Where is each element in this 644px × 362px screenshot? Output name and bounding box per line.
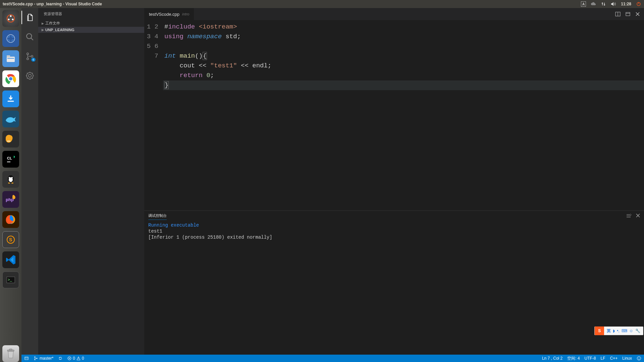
launcher-chrome[interactable] [2, 70, 19, 87]
open-editors-label: 工作文件 [45, 21, 60, 26]
ime-settings-icon[interactable]: 🔧 [635, 328, 640, 333]
svg-rect-45 [25, 357, 28, 360]
status-feedback-icon[interactable] [637, 356, 641, 361]
ime-moon-icon[interactable]: ◗ [613, 328, 615, 333]
console-line: test1 [148, 229, 162, 234]
bottom-panel: 调试控制台 Running executable test1 [Inferior… [144, 210, 644, 355]
debug-console-output[interactable]: Running executable test1 [Inferior 1 (pr… [144, 221, 644, 355]
activity-debug[interactable] [21, 69, 38, 82]
panel-tab-debug-console[interactable]: 调试控制台 [148, 212, 167, 220]
ime-logo-icon[interactable]: S [595, 326, 604, 335]
activity-search[interactable] [21, 30, 38, 44]
console-line: [Inferior 1 (process 25180) exited norma… [148, 235, 272, 240]
activity-bar: 6 [21, 8, 38, 355]
launcher-files[interactable] [2, 50, 19, 67]
tab-directory: intro [182, 12, 189, 16]
launcher-phpstorm[interactable]: php [2, 191, 19, 208]
ime-person-icon[interactable]: ☺ [629, 328, 633, 333]
svg-rect-11 [7, 57, 15, 62]
svg-point-5 [12, 19, 14, 20]
code-editor[interactable]: 1 2 3 4 5 6 7 #include <iostream> using … [144, 20, 644, 210]
launcher-download[interactable] [2, 90, 19, 107]
line-gutter: 1 2 3 4 5 6 7 [144, 20, 164, 210]
close-editor-icon[interactable] [635, 12, 640, 16]
svg-point-37 [27, 58, 29, 60]
ime-lang[interactable]: 英 [607, 328, 611, 334]
svg-rect-9 [6, 38, 15, 39]
status-bar: master* 0 0 Ln 7 , Col 2 空间: 4 UTF-8 LF … [21, 355, 644, 362]
status-cursor-position[interactable]: Ln 7 , Col 2 [542, 356, 562, 361]
status-sync[interactable] [58, 356, 63, 361]
ubuntu-launcher: CL php S >_ [0, 8, 21, 362]
svg-point-36 [27, 53, 29, 55]
launcher-qq[interactable] [2, 171, 19, 188]
svg-rect-33 [9, 349, 12, 350]
code-content[interactable]: #include <iostream> using namespace std;… [164, 20, 644, 210]
panel-clear-icon[interactable] [626, 214, 631, 218]
svg-rect-17 [7, 141, 10, 141]
folder-section[interactable]: ▶ UNP_LEARNING [38, 27, 144, 33]
chevron-right-icon: ▶ [42, 22, 44, 25]
open-editors-section[interactable]: ▶ 工作文件 [38, 20, 144, 27]
svg-text:CL: CL [7, 156, 12, 160]
svg-rect-12 [7, 55, 10, 57]
status-language[interactable]: C++ [610, 356, 618, 361]
status-os[interactable]: Linux [622, 356, 632, 361]
cloud-icon[interactable] [591, 1, 596, 7]
launcher-dolphin[interactable] [2, 111, 19, 127]
launcher-firefox[interactable] [2, 211, 19, 228]
launcher-clion[interactable]: CL [2, 151, 19, 168]
svg-point-4 [8, 19, 10, 20]
activity-source-control[interactable]: 6 [21, 50, 38, 63]
more-actions-icon[interactable] [625, 11, 631, 17]
tab-testvscode[interactable]: testVScode.cpp intro [144, 8, 194, 20]
svg-point-38 [31, 55, 33, 57]
power-icon[interactable] [636, 1, 641, 7]
svg-point-40 [29, 74, 32, 77]
svg-rect-19 [7, 162, 10, 162]
status-indent[interactable]: 空间: 4 [567, 356, 580, 361]
input-method-indicator[interactable]: A [581, 1, 586, 7]
svg-point-25 [11, 183, 13, 184]
editor-tabs: testVScode.cpp intro [144, 8, 644, 20]
status-encoding[interactable]: UTF-8 [585, 356, 596, 361]
svg-text:S: S [9, 237, 12, 242]
launcher-sublime[interactable]: S [2, 231, 19, 248]
ime-keyboard-icon[interactable]: ⌨ [622, 328, 627, 333]
explorer-title: 资源管理器 [38, 8, 144, 20]
activity-explorer[interactable] [21, 11, 38, 24]
svg-point-3 [10, 15, 12, 17]
network-icon[interactable] [601, 1, 606, 7]
clock[interactable]: 11:28 [621, 2, 631, 6]
svg-point-53 [638, 358, 639, 358]
launcher-pycharm[interactable] [2, 131, 19, 147]
folder-label: UNP_LEARNING [45, 28, 74, 32]
split-editor-icon[interactable] [615, 11, 621, 17]
ime-toolbar[interactable]: S 英 ◗ •, ⌨ ☺ 🔧 [594, 326, 643, 335]
svg-rect-13 [7, 58, 14, 59]
status-eol[interactable]: LF [601, 356, 605, 361]
explorer-sidebar: 资源管理器 ▶ 工作文件 ▶ UNP_LEARNING [38, 8, 144, 355]
status-git-branch[interactable]: master* [34, 356, 53, 361]
launcher-trash[interactable] [2, 345, 19, 362]
panel-close-icon[interactable] [636, 214, 640, 218]
svg-point-34 [26, 34, 32, 39]
status-problems[interactable]: 0 0 [67, 356, 84, 361]
svg-rect-43 [626, 12, 630, 16]
svg-point-54 [639, 358, 640, 358]
svg-line-35 [31, 38, 33, 40]
console-line: Running executable [148, 223, 199, 228]
launcher-terminal[interactable]: >_ [2, 272, 19, 288]
launcher-dash[interactable] [2, 10, 19, 27]
svg-text:>_: >_ [8, 278, 12, 282]
window-title: testVScode.cpp - unp_learning - Visual S… [3, 2, 102, 6]
volume-icon[interactable] [611, 1, 616, 7]
ubuntu-title-bar: testVScode.cpp - unp_learning - Visual S… [0, 0, 644, 8]
svg-point-23 [11, 177, 13, 178]
launcher-help[interactable] [2, 30, 19, 47]
tab-filename: testVScode.cpp [149, 12, 179, 17]
status-remote[interactable] [24, 356, 29, 361]
launcher-vscode[interactable] [2, 251, 19, 268]
ime-punct-icon[interactable]: •, [617, 328, 620, 333]
svg-point-22 [9, 177, 10, 178]
